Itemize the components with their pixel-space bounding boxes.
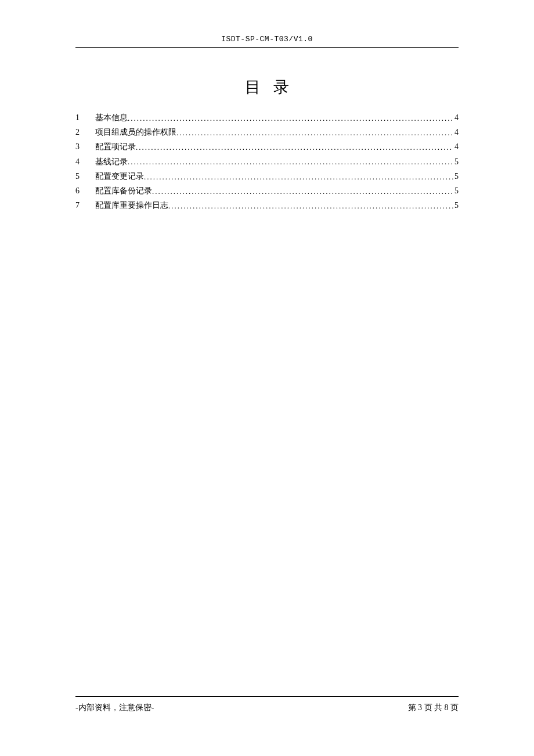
toc-entry-page: 5 [453, 198, 459, 213]
toc-entry-number: 6 [75, 183, 95, 198]
toc-entry-label: 配置库重要操作日志 [95, 198, 168, 213]
toc-entry[interactable]: 3 配置项记录 4 [75, 139, 459, 154]
toc-dot-leader [128, 160, 453, 168]
footer-text: 第 [408, 703, 418, 712]
toc-dot-leader [144, 175, 453, 183]
toc-entry-number: 1 [75, 110, 95, 125]
document-page: ISDT-SP-CM-T03/V1.0 目录 1 基本信息 4 2 项目组成员的… [0, 0, 534, 756]
toc-entry[interactable]: 4 基线记录 5 [75, 154, 459, 169]
toc-entry-page: 5 [453, 154, 459, 169]
toc-dot-leader [128, 116, 453, 125]
footer-page-number: 第 3 页 共 8 页 [408, 703, 459, 713]
toc-entry-label: 配置项记录 [95, 139, 136, 154]
toc-entry[interactable]: 5 配置变更记录 5 [75, 169, 459, 183]
toc-entry-number: 5 [75, 169, 95, 183]
toc-entry[interactable]: 2 项目组成员的操作权限 4 [75, 125, 459, 139]
toc-dot-leader [136, 145, 453, 154]
footer-text: 页 [449, 703, 459, 712]
toc-entry-label: 配置库备份记录 [95, 183, 152, 198]
title-char-1: 目 [245, 78, 261, 96]
toc-entry-label: 配置变更记录 [95, 169, 144, 183]
footer-text: 页 共 [422, 703, 445, 712]
toc-entry-label: 基本信息 [95, 110, 128, 125]
toc-entry-number: 2 [75, 125, 95, 139]
page-header: ISDT-SP-CM-T03/V1.0 [75, 35, 459, 48]
toc-dot-leader [152, 189, 453, 198]
toc-entry-page: 4 [453, 125, 459, 139]
toc-entry[interactable]: 1 基本信息 4 [75, 110, 459, 125]
doc-id: ISDT-SP-CM-T03/V1.0 [221, 35, 313, 44]
toc-entry-number: 3 [75, 139, 95, 154]
toc-entry-page: 5 [453, 169, 459, 183]
page-footer: -内部资料，注意保密- 第 3 页 共 8 页 [75, 696, 459, 713]
footer-total-pages: 8 [445, 703, 449, 712]
toc-entry-page: 5 [453, 183, 459, 198]
toc-dot-leader [168, 204, 453, 213]
toc-entry-label: 基线记录 [95, 154, 128, 169]
toc-entry-number: 7 [75, 198, 95, 213]
title-char-2: 录 [273, 78, 289, 96]
toc-entry[interactable]: 6 配置库备份记录 5 [75, 183, 459, 198]
toc-entry-number: 4 [75, 154, 95, 169]
toc-entry-page: 4 [453, 110, 459, 125]
table-of-contents: 1 基本信息 4 2 项目组成员的操作权限 4 3 配置项记录 4 4 基线记录… [75, 110, 459, 213]
toc-title: 目录 [75, 77, 459, 98]
toc-entry[interactable]: 7 配置库重要操作日志 5 [75, 198, 459, 213]
footer-confidential-note: -内部资料，注意保密- [75, 703, 154, 713]
toc-dot-leader [176, 131, 453, 139]
toc-entry-page: 4 [453, 139, 459, 154]
footer-current-page: 3 [418, 703, 422, 712]
toc-entry-label: 项目组成员的操作权限 [95, 125, 176, 139]
